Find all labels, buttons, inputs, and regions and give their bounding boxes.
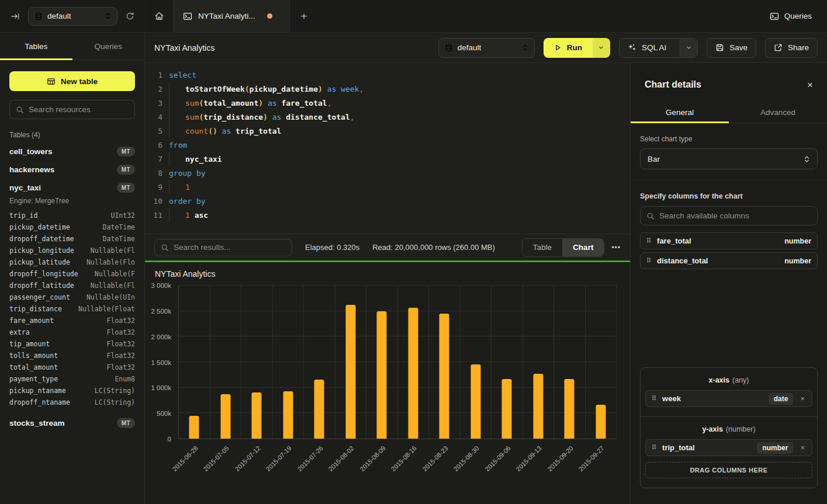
- column-item[interactable]: pickup_longitudeNullable(Fl: [0, 245, 144, 256]
- y-axis-chips: ⠿trip_totalnumber×: [645, 439, 812, 456]
- bar-2015-07-05[interactable]: [220, 394, 230, 439]
- code-line: 2toStartOfWeek(pickup_datetime) as week,: [145, 82, 630, 96]
- chart-type-select[interactable]: Bar: [640, 148, 818, 169]
- bar-2015-08-23[interactable]: [440, 314, 449, 439]
- remove-column-button[interactable]: ×: [799, 443, 806, 452]
- run-button[interactable]: Run: [544, 38, 593, 58]
- column-item[interactable]: fare_amountFloat32: [0, 315, 144, 326]
- close-panel-button[interactable]: ×: [807, 80, 813, 90]
- tab-advanced[interactable]: Advanced: [729, 102, 827, 123]
- bar-2015-06-28[interactable]: [189, 416, 199, 439]
- column-item[interactable]: pickup_latitudeNullable(Flo: [0, 256, 144, 268]
- sql-ai-button-group[interactable]: SQL AI: [619, 38, 698, 58]
- new-tab-button[interactable]: +: [290, 0, 318, 32]
- y-axis-label: y-axis: [702, 425, 722, 433]
- columns-search-input[interactable]: [659, 211, 811, 220]
- y-tick-label: 3 000k: [151, 282, 171, 289]
- column-chip-distance_total[interactable]: ⠿distance_totalnumber: [640, 252, 818, 269]
- column-type: Nullable(Flo: [86, 258, 135, 266]
- bar-2015-08-09[interactable]: [377, 311, 387, 439]
- topbar-database-select[interactable]: default: [28, 7, 117, 26]
- bar-2015-09-20[interactable]: [565, 379, 575, 439]
- column-item[interactable]: dropoff_ntanameLC(String): [0, 397, 144, 408]
- tab-nytaxi-analytics[interactable]: NYTaxi Analyti...: [173, 0, 290, 32]
- sidebar-tab-queries[interactable]: Queries: [72, 33, 145, 60]
- column-name: trip_distance: [9, 305, 62, 313]
- column-item[interactable]: passenger_countNullable(UIn: [0, 291, 144, 303]
- remove-column-button[interactable]: ×: [799, 394, 806, 403]
- drag-handle-icon[interactable]: ⠿: [652, 395, 656, 402]
- toolbar-database-select[interactable]: default: [438, 38, 535, 58]
- column-item[interactable]: tip_amountFloat32: [0, 338, 144, 350]
- more-options-button[interactable]: •••: [611, 244, 621, 252]
- token: pickup_datetime: [250, 85, 318, 93]
- queries-button[interactable]: Queries: [770, 12, 812, 21]
- drag-handle-icon[interactable]: ⠿: [652, 444, 656, 451]
- chip-name: fare_total: [657, 237, 778, 245]
- save-button[interactable]: Save: [707, 38, 756, 58]
- bar-2015-08-16[interactable]: [408, 308, 418, 439]
- sql-ai-options-button[interactable]: [680, 39, 697, 57]
- column-item[interactable]: payment_typeEnum8: [0, 373, 144, 385]
- bar-2015-07-26[interactable]: [314, 380, 324, 439]
- column-item[interactable]: pickup_ntanameLC(String): [0, 385, 144, 397]
- bar-2015-08-02[interactable]: [345, 305, 355, 439]
- chart-details-panel: Chart details × General Advanced Select …: [630, 63, 827, 504]
- column-name: total_amount: [9, 363, 58, 371]
- topbar-right: Queries: [770, 0, 827, 32]
- bar-2015-07-12[interactable]: [252, 392, 262, 439]
- column-type: Nullable(Fl: [91, 281, 135, 290]
- bar-2015-07-19[interactable]: [283, 391, 293, 439]
- results-search-input[interactable]: [174, 243, 286, 252]
- table-item-hackernews[interactable]: hackernewsMT: [0, 161, 144, 179]
- table-item-stocks_stream[interactable]: stocks_streamMT: [0, 414, 144, 432]
- bar-2015-09-06[interactable]: [502, 379, 512, 439]
- sql-editor[interactable]: 1select2toStartOfWeek(pickup_datetime) a…: [145, 63, 630, 234]
- refresh-button[interactable]: [122, 8, 138, 24]
- sql-ai-button[interactable]: SQL AI: [620, 39, 674, 57]
- line-number: 1: [145, 68, 162, 82]
- view-toggle-table[interactable]: Table: [523, 239, 562, 256]
- bar-2015-09-13[interactable]: [533, 374, 543, 439]
- column-item[interactable]: trip_distanceNullable(Float: [0, 303, 144, 315]
- column-item[interactable]: dropoff_longitudeNullable(F: [0, 268, 144, 280]
- token: trip_distance: [203, 113, 263, 121]
- column-item[interactable]: total_amountFloat32: [0, 362, 144, 373]
- chart-band: 2015-09-27: [586, 286, 617, 439]
- column-chip-week[interactable]: ⠿weekdate×: [645, 390, 812, 407]
- bar-2015-08-30[interactable]: [470, 364, 480, 439]
- column-item[interactable]: pickup_datetimeDateTime: [0, 221, 144, 233]
- sidebar-tab-tables[interactable]: Tables: [0, 33, 72, 60]
- share-button[interactable]: Share: [765, 38, 818, 58]
- view-toggle: Table Chart: [522, 238, 605, 257]
- column-item[interactable]: trip_idUInt32: [0, 210, 144, 221]
- tab-general[interactable]: General: [631, 102, 729, 123]
- column-item[interactable]: dropoff_datetimeDateTime: [0, 233, 144, 245]
- sidebar-search-input[interactable]: [29, 105, 129, 114]
- chart-body: 0500k1 000k1 500k2 000k2 500k3 000k 2015…: [155, 286, 630, 439]
- drag-handle-icon[interactable]: ⠿: [646, 237, 651, 245]
- sql-ai-label: SQL AI: [642, 43, 666, 52]
- available-columns-list: ⠿fare_totalnumber⠿distance_totalnumber: [640, 232, 818, 269]
- view-toggle-chart[interactable]: Chart: [562, 239, 604, 256]
- collapse-sidebar-button[interactable]: [7, 8, 23, 25]
- column-name: dropoff_datetime: [9, 235, 74, 243]
- column-item[interactable]: dropoff_latitudeNullable(Fl: [0, 280, 144, 291]
- home-button[interactable]: [145, 0, 173, 32]
- column-chip-fare_total[interactable]: ⠿fare_totalnumber: [640, 232, 818, 249]
- drag-handle-icon[interactable]: ⠿: [646, 257, 651, 265]
- run-button-label: Run: [567, 43, 582, 52]
- column-item[interactable]: extraFloat32: [0, 326, 144, 338]
- table-item-cell_towers[interactable]: cell_towersMT: [0, 142, 144, 161]
- column-type: Float32: [107, 317, 135, 325]
- new-table-button[interactable]: New table: [9, 71, 135, 91]
- token: 1: [185, 183, 190, 192]
- new-table-label: New table: [61, 77, 98, 86]
- table-item-nyc_taxi[interactable]: nyc_taxiMT: [0, 179, 144, 197]
- run-options-button[interactable]: [593, 38, 610, 58]
- bar-2015-09-27[interactable]: [596, 405, 605, 439]
- y-tick-label: 1 000k: [151, 384, 171, 391]
- column-item[interactable]: tolls_amountFloat32: [0, 350, 144, 362]
- drop-zone[interactable]: DRAG COLUMNS HERE: [645, 462, 812, 478]
- column-chip-trip_total[interactable]: ⠿trip_totalnumber×: [645, 439, 812, 456]
